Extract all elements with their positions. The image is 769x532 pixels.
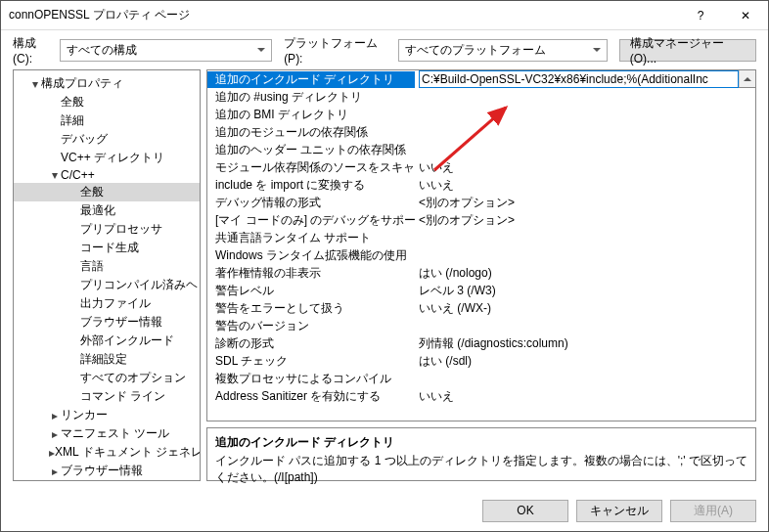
tree-item[interactable]: 最適化 xyxy=(14,201,200,220)
property-name: 追加のインクルード ディレクトリ xyxy=(207,71,415,88)
tree-arrow-icon[interactable]: ▸ xyxy=(49,465,61,478)
description-title: 追加のインクルード ディレクトリ xyxy=(215,434,747,451)
property-name: 複数プロセッサによるコンパイル xyxy=(207,371,415,387)
tree-item[interactable]: ▸マニフェスト ツール xyxy=(14,424,200,443)
ok-button[interactable]: OK xyxy=(482,500,568,522)
tree-arrow-icon[interactable]: ▾ xyxy=(29,77,41,91)
property-grid[interactable]: 追加のインクルード ディレクトリ追加の #using ディレクトリ追加の BMI… xyxy=(206,69,756,421)
tree-item[interactable]: 外部インクルード xyxy=(14,332,200,350)
help-button[interactable]: ? xyxy=(678,1,723,30)
grid-row[interactable]: 追加の #using ディレクトリ xyxy=(207,88,755,106)
grid-row[interactable]: 著作権情報の非表示はい (/nologo) xyxy=(207,264,755,282)
grid-row[interactable]: 診断の形式列情報 (/diagnostics:column) xyxy=(207,334,755,352)
close-button[interactable]: ✕ xyxy=(723,1,768,30)
property-name: 共通言語ランタイム サポート xyxy=(207,230,415,246)
config-manager-button[interactable]: 構成マネージャー(O)... xyxy=(619,39,756,62)
tree-item[interactable]: すべてのオプション xyxy=(14,369,200,387)
tree-item[interactable]: ▸XML ドキュメント ジェネレー xyxy=(14,443,200,462)
tree-item[interactable]: VC++ ディレクトリ xyxy=(14,149,200,167)
grid-row[interactable]: SDL チェックはい (/sdl) xyxy=(207,352,755,370)
tree-item[interactable]: 出力ファイル xyxy=(14,294,200,313)
tree-item-label: 出力ファイル xyxy=(80,295,151,312)
grid-row[interactable]: 複数プロセッサによるコンパイル xyxy=(207,370,755,387)
tree-arrow-icon[interactable]: ▸ xyxy=(49,409,61,422)
tree-item[interactable]: 詳細設定 xyxy=(14,350,200,369)
tree-item[interactable]: 言語 xyxy=(14,257,200,276)
description-panel: 追加のインクルード ディレクトリ インクルード パスに追加する 1 つ以上のディ… xyxy=(206,427,756,481)
property-value[interactable] xyxy=(415,70,755,88)
grid-row[interactable]: モジュール依存関係のソースをスキャンするいいえ xyxy=(207,158,755,176)
property-value[interactable]: はい (/sdl) xyxy=(415,353,755,370)
tree-item[interactable]: プリプロセッサ xyxy=(14,220,200,239)
property-value[interactable]: 列情報 (/diagnostics:column) xyxy=(415,335,755,352)
tree-panel[interactable]: ▾構成プロパティ全般詳細デバッグVC++ ディレクトリ▾C/C++全般最適化プリ… xyxy=(13,69,201,481)
property-value[interactable]: はい (/nologo) xyxy=(415,265,755,282)
grid-row[interactable]: [マイ コードのみ] のデバッグをサポートする<別のオプション> xyxy=(207,211,755,229)
property-name: 追加の BMI ディレクトリ xyxy=(207,107,415,123)
tree-item[interactable]: 全般 xyxy=(14,183,200,201)
tree-item[interactable]: 詳細 xyxy=(14,111,200,130)
grid-row[interactable]: Windows ランタイム拡張機能の使用 xyxy=(207,246,755,264)
apply-button[interactable]: 適用(A) xyxy=(670,500,756,522)
property-name: Windows ランタイム拡張機能の使用 xyxy=(207,247,415,264)
grid-row[interactable]: 共通言語ランタイム サポート xyxy=(207,229,755,246)
property-value[interactable]: いいえ xyxy=(415,177,755,194)
property-name: 著作権情報の非表示 xyxy=(207,265,415,282)
grid-row[interactable]: include を import に変換するいいえ xyxy=(207,176,755,194)
scroll-up-icon[interactable] xyxy=(739,70,755,87)
cancel-button[interactable]: キャンセル xyxy=(576,500,662,522)
property-name: include を import に変換する xyxy=(207,177,415,194)
property-name: 診断の形式 xyxy=(207,335,415,352)
tree-item[interactable]: プリコンパイル済みヘッ xyxy=(14,276,200,294)
topbar: 構成(C): すべての構成 プラットフォーム(P): すべてのプラットフォーム … xyxy=(1,30,768,69)
tree-item[interactable]: ▾C/C++ xyxy=(14,167,200,183)
footer: OK キャンセル 適用(A) xyxy=(1,489,768,532)
grid-row[interactable]: 追加の BMI ディレクトリ xyxy=(207,106,755,123)
grid-row[interactable]: 追加のヘッダー ユニットの依存関係 xyxy=(207,141,755,158)
tree-item-label: 詳細設定 xyxy=(80,351,127,368)
grid-row[interactable]: 警告のバージョン xyxy=(207,317,755,334)
tree-item-label: XML ドキュメント ジェネレー xyxy=(55,444,201,461)
tree-item-label: プリコンパイル済みヘッ xyxy=(80,277,201,293)
tree-item[interactable]: デバッグ xyxy=(14,130,200,149)
tree-item-label: 外部インクルード xyxy=(80,332,174,349)
property-name: [マイ コードのみ] のデバッグをサポートする xyxy=(207,212,415,229)
platform-select[interactable]: すべてのプラットフォーム xyxy=(398,39,608,62)
tree-item-label: マニフェスト ツール xyxy=(61,425,169,442)
property-value[interactable]: いいえ xyxy=(415,388,755,405)
property-name: 追加のヘッダー ユニットの依存関係 xyxy=(207,142,415,158)
tree-item[interactable]: ▾構成プロパティ xyxy=(14,74,200,93)
property-value[interactable]: <別のオプション> xyxy=(415,195,755,211)
grid-row[interactable]: 警告レベルレベル 3 (/W3) xyxy=(207,282,755,299)
property-name: 警告をエラーとして扱う xyxy=(207,300,415,317)
tree-item-label: ブラウザー情報 xyxy=(80,314,162,331)
property-name: SDL チェック xyxy=(207,353,415,370)
tree-item[interactable]: コード生成 xyxy=(14,239,200,257)
tree-item[interactable]: コマンド ライン xyxy=(14,387,200,406)
tree-arrow-icon[interactable]: ▸ xyxy=(49,427,61,441)
grid-row[interactable]: 追加のモジュールの依存関係 xyxy=(207,123,755,141)
grid-row[interactable]: Address Sanitizer を有効にするいいえ xyxy=(207,387,755,405)
tree-item[interactable]: ▸ブラウザー情報 xyxy=(14,462,200,480)
tree-item[interactable]: ▸リンカー xyxy=(14,406,200,424)
tree-item-label: ブラウザー情報 xyxy=(61,463,143,479)
tree-item[interactable]: 全般 xyxy=(14,93,200,111)
tree-item-label: コマンド ライン xyxy=(80,388,165,405)
grid-row[interactable]: 追加のインクルード ディレクトリ xyxy=(207,70,755,88)
property-value[interactable]: <別のオプション> xyxy=(415,212,755,229)
config-select[interactable]: すべての構成 xyxy=(60,39,272,62)
property-value[interactable]: レベル 3 (/W3) xyxy=(415,283,755,299)
grid-row[interactable]: 警告をエラーとして扱ういいえ (/WX-) xyxy=(207,299,755,317)
property-value[interactable]: いいえ (/WX-) xyxy=(415,300,755,317)
tree-item[interactable]: ブラウザー情報 xyxy=(14,313,200,332)
tree-arrow-icon[interactable]: ▾ xyxy=(49,168,61,182)
tree-item-label: 詳細 xyxy=(61,112,84,129)
tree-item-label: 全般 xyxy=(80,184,104,200)
tree-item-label: リンカー xyxy=(61,407,108,423)
tree-item-label: デバッグ xyxy=(61,131,108,148)
property-value[interactable]: いいえ xyxy=(415,159,755,176)
tree-item-label: C/C++ xyxy=(61,168,95,182)
grid-row[interactable]: デバッグ情報の形式<別のオプション> xyxy=(207,194,755,211)
property-value-input[interactable] xyxy=(419,70,739,88)
property-name: モジュール依存関係のソースをスキャンする xyxy=(207,159,415,176)
